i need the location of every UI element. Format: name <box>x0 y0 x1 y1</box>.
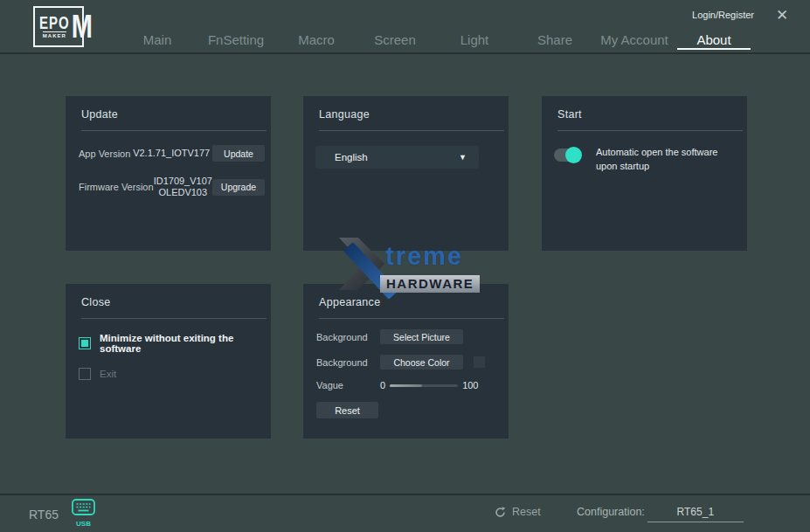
bottom-bar: RT65 USB Reset Configuration: RT65_1 <box>0 494 810 532</box>
configuration-group: Configuration: RT65_1 <box>577 506 744 522</box>
exit-checkbox[interactable] <box>79 368 91 380</box>
tab-share[interactable]: Share <box>537 32 572 47</box>
firmware-version-label: Firmware Version <box>79 182 154 192</box>
language-panel: Language English ▼ <box>303 96 509 251</box>
choose-color-button[interactable]: Choose Color <box>380 355 463 370</box>
divider <box>319 130 504 131</box>
device-name: RT65 <box>29 508 59 522</box>
update-panel: Update App Version V2.1.71_IOTV177 Updat… <box>66 96 271 251</box>
divider <box>557 130 743 131</box>
background-color-label: Background <box>316 357 380 368</box>
tab-light[interactable]: Light <box>460 32 489 47</box>
minimize-label: Minimize without exiting the software <box>100 333 271 354</box>
reset-icon <box>495 507 506 518</box>
firmware-version-value: ID1709_V107OLEDV103 <box>154 176 212 198</box>
usb-label: USB <box>72 520 95 528</box>
chevron-down-icon: ▼ <box>459 153 479 162</box>
update-panel-title: Update <box>66 96 271 121</box>
appearance-reset-button[interactable]: Reset <box>316 402 378 418</box>
app-version-value: V2.1.71_IOTV177 <box>130 148 212 159</box>
appearance-panel-title: Appearance <box>303 284 509 308</box>
language-dropdown[interactable]: English ▼ <box>315 146 479 169</box>
background-color-row: Background Choose Color <box>316 355 503 370</box>
app-version-label: App Version <box>79 149 130 159</box>
background-picture-label: Background <box>316 332 380 342</box>
tab-screen[interactable]: Screen <box>374 32 416 47</box>
vague-slider[interactable] <box>390 384 458 387</box>
language-selected-value: English <box>315 152 459 162</box>
select-picture-button[interactable]: Select Picture <box>380 329 463 344</box>
firmware-version-row: Firmware Version ID1709_V107OLEDV103 Upg… <box>79 176 265 198</box>
configuration-value-field[interactable]: RT65_1 <box>647 506 744 522</box>
top-bar: EPO MAKER M Main FnSetting Macro Screen … <box>0 0 810 54</box>
tab-macro[interactable]: Macro <box>298 32 335 47</box>
background-picture-row: Background Select Picture <box>316 329 503 344</box>
appearance-panel: Appearance Background Select Picture Bac… <box>303 284 509 439</box>
vague-max-value: 100 <box>462 380 478 390</box>
upgrade-button[interactable]: Upgrade <box>212 179 265 196</box>
tab-about[interactable]: About <box>696 32 730 47</box>
start-panel: Start Automatic open the software upon s… <box>542 96 747 251</box>
connection-indicator: USB <box>72 499 95 528</box>
exit-option-row: Exit <box>79 368 271 380</box>
update-button[interactable]: Update <box>212 145 265 162</box>
logo-m-mark: M <box>72 10 93 44</box>
vague-label: Vague <box>316 380 380 390</box>
minimize-option-row: Minimize without exiting the software <box>79 333 271 354</box>
close-panel: Close Minimize without exiting the softw… <box>66 284 271 439</box>
login-register-link[interactable]: Login/Register <box>692 10 754 20</box>
app-version-row: App Version V2.1.71_IOTV177 Update <box>79 145 265 162</box>
active-tab-underline <box>677 48 751 50</box>
vague-min-value: 0 <box>380 380 385 390</box>
reset-label: Reset <box>512 506 541 518</box>
keyboard-icon <box>72 499 95 516</box>
logo-text: EPO MAKER <box>39 16 70 38</box>
epomaker-logo: EPO MAKER M <box>33 6 84 47</box>
close-icon[interactable]: ✕ <box>776 6 788 24</box>
autostart-row: Automatic open the software upon startup <box>554 146 738 174</box>
minimize-checkbox[interactable] <box>79 337 91 349</box>
epomaker-app-window: EPO MAKER M Main FnSetting Macro Screen … <box>0 0 810 532</box>
language-panel-title: Language <box>303 96 509 121</box>
close-panel-title: Close <box>66 284 271 308</box>
tab-main[interactable]: Main <box>143 32 172 47</box>
divider <box>319 318 504 319</box>
tab-my-account[interactable]: My Account <box>600 32 668 47</box>
vague-slider-fill <box>390 384 422 387</box>
reset-configuration-button[interactable]: Reset <box>495 506 541 518</box>
configuration-label: Configuration: <box>577 506 645 518</box>
divider <box>81 318 267 319</box>
start-panel-title: Start <box>542 96 747 121</box>
vague-slider-row: Vague 0 100 <box>316 380 503 390</box>
startup-toggle[interactable] <box>554 149 580 162</box>
toggle-knob <box>565 147 582 163</box>
autostart-label: Automatic open the software upon startup <box>596 146 734 174</box>
logo-epo-text: EPO <box>39 13 70 31</box>
color-swatch[interactable] <box>474 356 485 368</box>
tab-fnsetting[interactable]: FnSetting <box>208 32 264 47</box>
divider <box>81 130 267 131</box>
exit-label: Exit <box>100 369 116 379</box>
